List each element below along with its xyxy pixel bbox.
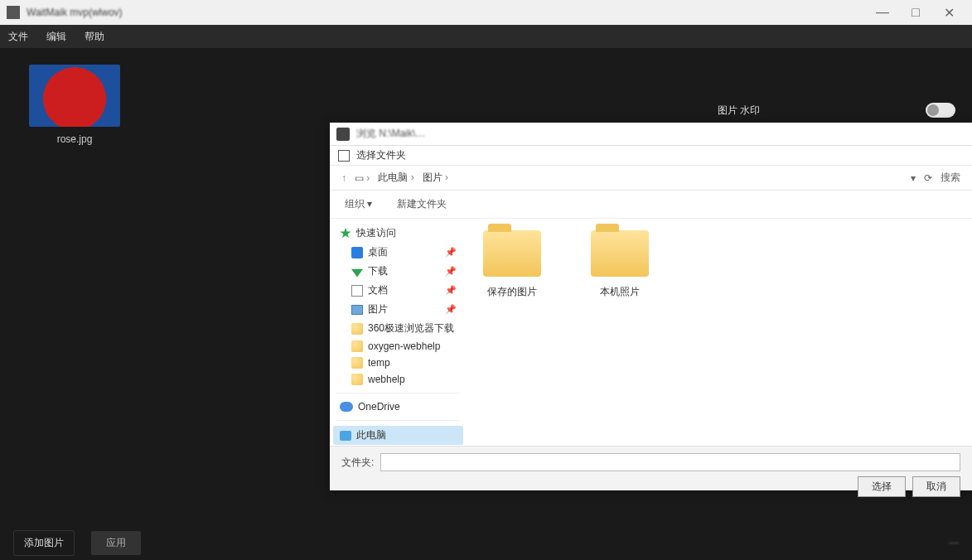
folder-icon [351, 357, 363, 369]
folder-pane: 保存的图片 本机照片 [467, 219, 972, 446]
search-label[interactable]: 搜索 [941, 171, 960, 185]
folder-label: 本机照片 [583, 285, 657, 299]
folder-icon [351, 323, 363, 335]
picker-title-icon [336, 128, 350, 141]
picker-breadcrumb: ↑ ▭ 此电脑 图片 ▾ ⟳ 搜索 [330, 166, 972, 191]
app-title: WaitMaik mvp(wlwov) [27, 7, 866, 18]
pc-icon [340, 431, 351, 441]
app-titlebar: WaitMaik mvp(wlwov) — □ ✕ [0, 0, 972, 25]
folder-item-saved-pictures[interactable]: 保存的图片 [475, 230, 549, 299]
tree-folder-oxygen[interactable]: oxygen-webhelp [333, 338, 463, 355]
folder-label: 保存的图片 [475, 285, 549, 299]
thumbnail-image [29, 65, 120, 127]
document-icon [351, 285, 363, 297]
window-minimize-button[interactable]: — [866, 5, 899, 20]
pin-icon: 📌 [445, 304, 457, 315]
breadcrumb-thispc[interactable]: 此电脑 [378, 171, 413, 185]
pin-icon: 📌 [445, 285, 457, 296]
picker-footer: 文件夹: 选择 取消 [330, 446, 972, 490]
add-image-button[interactable]: 添加图片 [13, 530, 75, 556]
footer-status: — [949, 537, 959, 548]
folder-picker-dialog: 浏览 N:\Maik\… 选择文件夹 ↑ ▭ 此电脑 图片 ▾ ⟳ 搜索 组织 … [330, 123, 972, 490]
menu-edit[interactable]: 编辑 [46, 30, 66, 44]
foldername-input[interactable] [380, 453, 960, 471]
cancel-button[interactable]: 取消 [912, 476, 960, 497]
tree-documents[interactable]: 文档📌 [333, 281, 463, 300]
tree-folder-temp[interactable]: temp [333, 355, 463, 371]
pin-icon: 📌 [445, 266, 457, 277]
tree-quick-access[interactable]: 快速访问 [333, 224, 463, 243]
picker-titlebar: 浏览 N:\Maik\… [330, 123, 972, 146]
select-folder-button[interactable]: 选择 [858, 476, 906, 497]
refresh-icon[interactable]: ⟳ [924, 172, 932, 184]
tree-onedrive[interactable]: OneDrive [333, 398, 463, 415]
tree-desktop[interactable]: 桌面📌 [333, 243, 463, 262]
apply-button[interactable]: 应用 [91, 531, 141, 555]
watermark-toggle-label: 图片 水印 [718, 104, 760, 118]
menu-help[interactable]: 帮助 [85, 30, 104, 44]
tree-downloads[interactable]: 下载📌 [333, 262, 463, 281]
nav-up-icon[interactable]: ↑ [341, 172, 346, 184]
breadcrumb-pictures[interactable]: 图片 [423, 171, 448, 185]
picker-tree: 快速访问 桌面📌 下载📌 文档📌 图片📌 360极速浏览器下载 oxygen-w… [330, 219, 467, 446]
app-footer: 添加图片 应用 — [0, 525, 972, 560]
app-icon [7, 6, 20, 19]
thumbnail-label: rose.jpg [17, 133, 133, 145]
picker-subtitle-row: 选择文件夹 [330, 146, 972, 166]
foldername-label: 文件夹: [341, 456, 374, 470]
app-content: rose.jpg 图片 水印 浏览 N:\Maik\… 选择文件夹 ↑ ▭ 此电… [0, 48, 972, 525]
tree-folder-webhelp[interactable]: webhelp [333, 371, 463, 388]
window-maximize-button[interactable]: □ [899, 5, 932, 20]
folder-icon [483, 230, 541, 277]
folder-icon [591, 230, 649, 277]
picture-icon [351, 305, 363, 315]
window-close-button[interactable]: ✕ [932, 5, 965, 21]
picker-body: 快速访问 桌面📌 下载📌 文档📌 图片📌 360极速浏览器下载 oxygen-w… [330, 219, 972, 446]
thumbnail[interactable]: rose.jpg [17, 65, 133, 145]
new-folder-button[interactable]: 新建文件夹 [397, 197, 447, 211]
menu-file[interactable]: 文件 [8, 30, 28, 44]
pin-icon: 📌 [445, 247, 457, 258]
tree-folder-360[interactable]: 360极速浏览器下载 [333, 319, 463, 338]
cloud-icon [340, 402, 353, 412]
tree-thispc[interactable]: 此电脑 [333, 426, 463, 445]
star-icon [340, 228, 351, 239]
folder-icon [351, 374, 363, 385]
watermark-toggle[interactable] [926, 103, 955, 118]
tree-pictures[interactable]: 图片📌 [333, 300, 463, 319]
organize-button[interactable]: 组织 ▾ [345, 197, 372, 211]
folder-item-camera-roll[interactable]: 本机照片 [583, 230, 657, 299]
app-menubar: 文件 编辑 帮助 [0, 25, 972, 48]
breadcrumb-dropdown-icon[interactable]: ▾ [911, 172, 916, 184]
watermark-toggle-row: 图片 水印 [718, 103, 955, 118]
folder-icon [351, 340, 363, 352]
picker-toolbar: 组织 ▾ 新建文件夹 [330, 191, 972, 219]
picker-sub-icon [338, 150, 350, 162]
picker-subtitle: 选择文件夹 [356, 148, 406, 162]
picker-title-text: 浏览 N:\Maik\… [356, 127, 425, 141]
desktop-icon [351, 247, 363, 258]
breadcrumb-root[interactable]: ▭ [355, 172, 370, 184]
download-icon [351, 266, 363, 278]
